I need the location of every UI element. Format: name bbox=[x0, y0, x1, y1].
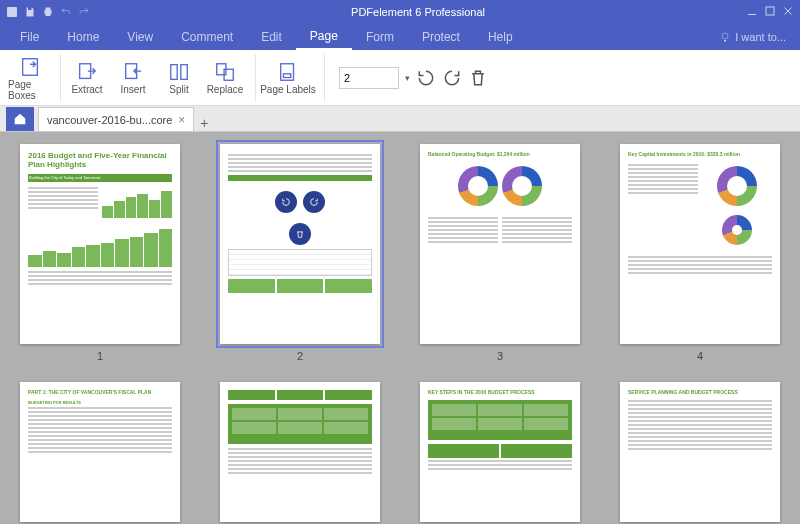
page-number-input[interactable] bbox=[339, 67, 399, 89]
delete-overlay-icon bbox=[289, 223, 311, 245]
rotate-right-overlay-icon bbox=[303, 191, 325, 213]
workspace: 2016 Budget and Five-Year Financial Plan… bbox=[0, 132, 800, 524]
maximize-icon[interactable] bbox=[764, 5, 776, 19]
page-thumb-2[interactable]: 2 bbox=[210, 144, 390, 362]
page-thumb-5[interactable]: PART 1: THE CITY OF VANCOUVER'S FISCAL P… bbox=[10, 382, 190, 522]
page-boxes-icon bbox=[19, 56, 41, 78]
toolbar: Page Boxes Extract Insert Split Replace … bbox=[0, 50, 800, 106]
menu-form[interactable]: Form bbox=[352, 24, 408, 50]
menu-help[interactable]: Help bbox=[474, 24, 527, 50]
svg-rect-4 bbox=[748, 14, 756, 15]
page-number: 2 bbox=[297, 350, 303, 362]
replace-button[interactable]: Replace bbox=[203, 54, 247, 102]
menu-edit[interactable]: Edit bbox=[247, 24, 296, 50]
bulb-icon bbox=[719, 31, 731, 43]
insert-icon bbox=[122, 61, 144, 83]
page-number: 4 bbox=[697, 350, 703, 362]
rotate-left-overlay-icon bbox=[275, 191, 297, 213]
print-icon[interactable] bbox=[42, 6, 54, 18]
close-icon[interactable] bbox=[782, 5, 794, 19]
svg-rect-15 bbox=[283, 74, 290, 78]
tab-close-icon[interactable]: × bbox=[178, 113, 185, 127]
add-tab-button[interactable]: + bbox=[194, 115, 214, 131]
page-thumb-4[interactable]: Key Capital Investments in 2016: $335.3 … bbox=[610, 144, 790, 362]
tabbar: vancouver-2016-bu...core × + bbox=[0, 106, 800, 132]
window-controls bbox=[746, 5, 794, 19]
undo-icon[interactable] bbox=[60, 6, 72, 18]
document-tab[interactable]: vancouver-2016-bu...core × bbox=[38, 107, 194, 131]
svg-rect-0 bbox=[7, 7, 17, 17]
page-thumb-1[interactable]: 2016 Budget and Five-Year Financial Plan… bbox=[10, 144, 190, 362]
redo-icon[interactable] bbox=[78, 6, 90, 18]
app-title: PDFelement 6 Professional bbox=[90, 6, 746, 18]
page-labels-icon bbox=[277, 61, 299, 83]
split-button[interactable]: Split bbox=[157, 54, 201, 102]
page-number: 3 bbox=[497, 350, 503, 362]
menubar: File Home View Comment Edit Page Form Pr… bbox=[0, 24, 800, 50]
page-number: 1 bbox=[97, 350, 103, 362]
split-icon bbox=[168, 61, 190, 83]
menu-view[interactable]: View bbox=[113, 24, 167, 50]
menu-protect[interactable]: Protect bbox=[408, 24, 474, 50]
home-tab[interactable] bbox=[6, 107, 34, 131]
replace-icon bbox=[214, 61, 236, 83]
menu-home[interactable]: Home bbox=[53, 24, 113, 50]
page-thumb-3[interactable]: Balanced Operating Budget: $1,264 millio… bbox=[410, 144, 590, 362]
rotate-left-icon[interactable] bbox=[416, 68, 436, 88]
page-thumb-8[interactable]: SERVICE PLANNING AND BUDGET PROCESS bbox=[610, 382, 790, 522]
tab-label: vancouver-2016-bu...core bbox=[47, 114, 172, 126]
titlebar: PDFelement 6 Professional bbox=[0, 0, 800, 24]
extract-icon bbox=[76, 61, 98, 83]
extract-button[interactable]: Extract bbox=[65, 54, 109, 102]
svg-rect-7 bbox=[23, 58, 38, 75]
menu-comment[interactable]: Comment bbox=[167, 24, 247, 50]
page-thumb-6[interactable] bbox=[210, 382, 390, 522]
page-boxes-button[interactable]: Page Boxes bbox=[8, 54, 52, 102]
page-dropdown-icon[interactable]: ▾ bbox=[405, 73, 410, 83]
svg-rect-2 bbox=[46, 8, 51, 11]
menu-file[interactable]: File bbox=[6, 24, 53, 50]
svg-rect-3 bbox=[46, 13, 51, 16]
logo-icon bbox=[6, 6, 18, 18]
page-labels-button[interactable]: Page Labels bbox=[260, 54, 316, 102]
svg-rect-11 bbox=[181, 65, 187, 80]
delete-icon[interactable] bbox=[468, 68, 488, 88]
minimize-icon[interactable] bbox=[746, 5, 758, 19]
i-want-to[interactable]: I want to... bbox=[719, 31, 794, 43]
home-icon bbox=[13, 112, 27, 126]
page-thumb-7[interactable]: KEY STEPS IN THE 2016 BUDGET PROCESS bbox=[410, 382, 590, 522]
menu-page[interactable]: Page bbox=[296, 24, 352, 50]
svg-point-6 bbox=[722, 33, 728, 39]
insert-button[interactable]: Insert bbox=[111, 54, 155, 102]
svg-rect-10 bbox=[171, 65, 177, 80]
quick-launch bbox=[6, 6, 90, 18]
save-icon[interactable] bbox=[24, 6, 36, 18]
rotate-right-icon[interactable] bbox=[442, 68, 462, 88]
svg-rect-5 bbox=[766, 7, 774, 15]
